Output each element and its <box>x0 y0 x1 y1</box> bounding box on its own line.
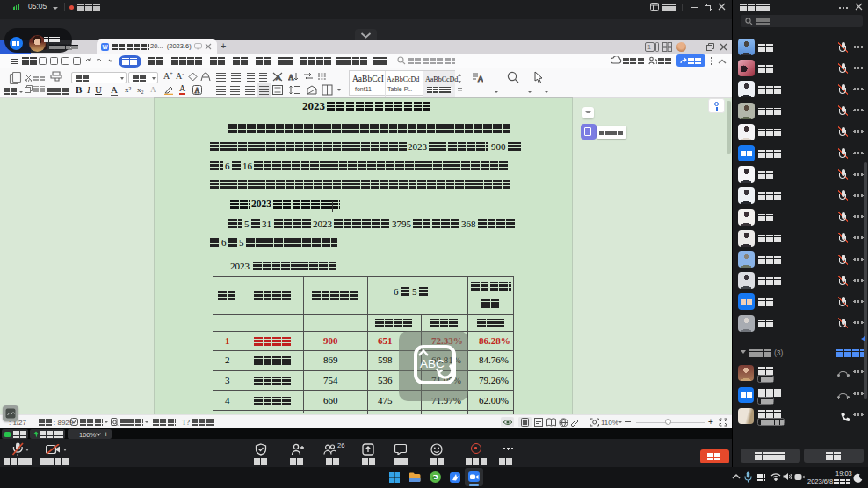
svg-text:1: 1 <box>647 44 651 50</box>
svg-text:A: A <box>195 87 200 95</box>
